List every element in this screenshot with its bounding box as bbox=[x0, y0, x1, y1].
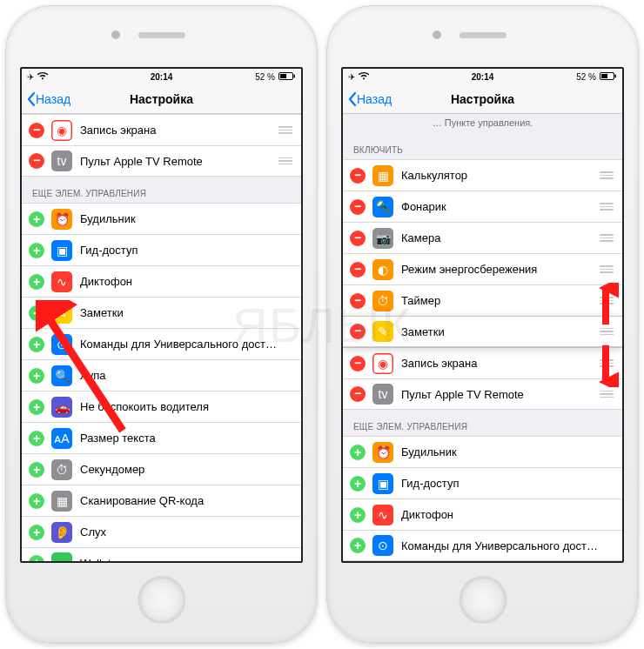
content-left[interactable]: −◉Запись экрана−tvПульт Apple TV Remote … bbox=[22, 114, 301, 561]
reorder-grip-icon[interactable] bbox=[598, 297, 615, 304]
add-button[interactable]: + bbox=[350, 445, 366, 460]
row-label: Слух bbox=[80, 525, 294, 539]
add-button[interactable]: + bbox=[29, 493, 44, 509]
add-button[interactable]: + bbox=[350, 476, 366, 492]
home-button[interactable] bbox=[459, 576, 506, 624]
remove-button[interactable]: − bbox=[350, 386, 366, 402]
table-row[interactable]: +▭Wallet bbox=[22, 547, 301, 561]
table-row[interactable]: +🚗Не беспокоить водителя bbox=[22, 391, 301, 422]
row-label: Заметки bbox=[80, 306, 294, 319]
reorder-grip-icon[interactable] bbox=[598, 391, 615, 398]
remove-button[interactable]: − bbox=[350, 199, 366, 215]
table-row[interactable]: +∿Диктофон bbox=[343, 498, 622, 530]
back-button[interactable]: Назад bbox=[343, 91, 392, 107]
svg-rect-5 bbox=[601, 74, 607, 78]
table-row[interactable]: −✎Заметки bbox=[343, 316, 622, 347]
app-icon: tv bbox=[372, 384, 393, 405]
wifi-icon bbox=[37, 72, 48, 82]
remove-button[interactable]: − bbox=[350, 262, 366, 278]
remove-button[interactable]: − bbox=[29, 123, 44, 138]
reorder-grip-icon[interactable] bbox=[598, 171, 615, 179]
reorder-grip-icon[interactable] bbox=[598, 359, 615, 367]
table-row[interactable]: +▣Гид-доступ bbox=[22, 234, 301, 265]
table-row[interactable]: −📷Камера bbox=[343, 222, 622, 253]
add-button[interactable]: + bbox=[29, 431, 44, 446]
table-row[interactable]: +⏰Будильник bbox=[22, 203, 301, 234]
app-icon: ▣ bbox=[51, 240, 72, 261]
phone-speaker bbox=[460, 32, 506, 38]
table-row[interactable]: +▦Сканирование QR-кода bbox=[22, 485, 301, 516]
app-icon: ∿ bbox=[51, 271, 72, 292]
remove-button[interactable]: − bbox=[29, 153, 44, 169]
table-row[interactable]: −◉Запись экрана bbox=[22, 114, 301, 145]
add-button[interactable]: + bbox=[350, 538, 366, 553]
app-icon: ∿ bbox=[372, 505, 393, 525]
table-row[interactable]: +ᴀAРазмер текста bbox=[22, 422, 301, 453]
table-row[interactable]: +⊙Команды для Универсального дост… bbox=[343, 530, 622, 561]
phone-left: ✈︎ 20:14 52 % Назад Настройка −◉Запись э… bbox=[5, 5, 318, 644]
nav-bar: Назад Настройка bbox=[343, 84, 622, 114]
table-row[interactable]: +👂Слух bbox=[22, 516, 301, 547]
app-icon: ⊙ bbox=[372, 535, 393, 556]
remove-button[interactable]: − bbox=[350, 231, 366, 246]
home-button[interactable] bbox=[138, 576, 185, 624]
row-label: Запись экрана bbox=[401, 357, 598, 370]
add-button[interactable]: + bbox=[350, 507, 366, 523]
app-icon: ◉ bbox=[372, 353, 393, 374]
add-button[interactable]: + bbox=[29, 305, 44, 321]
add-button[interactable]: + bbox=[29, 243, 44, 258]
table-row[interactable]: +✎Заметки bbox=[22, 297, 301, 328]
table-row[interactable]: +▣Гид-доступ bbox=[343, 467, 622, 498]
add-button[interactable]: + bbox=[29, 525, 44, 540]
row-label: Лупа bbox=[80, 369, 294, 382]
table-row[interactable]: −⏱Таймер bbox=[343, 284, 622, 316]
table-row[interactable]: −tvПульт Apple TV Remote bbox=[22, 145, 301, 177]
page-title: Настройка bbox=[130, 92, 193, 106]
screen-right: ✈︎ 20:14 52 % Назад Настройка … Пункте у… bbox=[341, 67, 624, 563]
add-button[interactable]: + bbox=[29, 399, 44, 415]
reorder-grip-icon[interactable] bbox=[277, 157, 294, 165]
table-row[interactable]: −🔦Фонарик bbox=[343, 191, 622, 222]
remove-button[interactable]: − bbox=[350, 356, 366, 371]
battery-label: 52 % bbox=[576, 72, 596, 82]
add-button[interactable]: + bbox=[29, 211, 44, 227]
back-button[interactable]: Назад bbox=[22, 91, 70, 107]
add-button[interactable]: + bbox=[29, 368, 44, 384]
phone-camera bbox=[433, 30, 441, 39]
content-right[interactable]: … Пункте управления. ВКЛЮЧИТЬ −▦Калькуля… bbox=[343, 114, 622, 561]
status-time: 20:14 bbox=[151, 72, 173, 82]
back-label: Назад bbox=[36, 92, 70, 106]
phone-camera bbox=[111, 30, 120, 39]
table-row[interactable]: +⏱Секундомер bbox=[22, 453, 301, 485]
add-button[interactable]: + bbox=[29, 462, 44, 478]
section-header-include: ВКЛЮЧИТЬ bbox=[343, 133, 622, 159]
add-button[interactable]: + bbox=[29, 555, 44, 561]
battery-icon bbox=[600, 72, 617, 82]
reorder-grip-icon[interactable] bbox=[277, 126, 294, 134]
add-button[interactable]: + bbox=[29, 337, 44, 352]
section-header-more: ЕЩЕ ЭЛЕМ. УПРАВЛЕНИЯ bbox=[343, 410, 622, 436]
more-section: +⏰Будильник+▣Гид-доступ+∿Диктофон+✎Замет… bbox=[22, 203, 301, 561]
table-row[interactable]: +⊙Команды для Универсального дост… bbox=[22, 328, 301, 359]
table-row[interactable]: −tvПульт Apple TV Remote bbox=[343, 378, 622, 410]
table-row[interactable]: +∿Диктофон bbox=[22, 265, 301, 297]
row-label: Сканирование QR-кода bbox=[80, 494, 294, 507]
reorder-grip-icon[interactable] bbox=[598, 203, 615, 211]
reorder-grip-icon[interactable] bbox=[598, 265, 615, 273]
phone-right: ✈︎ 20:14 52 % Назад Настройка … Пункте у… bbox=[326, 5, 639, 644]
reorder-grip-icon[interactable] bbox=[598, 234, 615, 242]
table-row[interactable]: +⏰Будильник bbox=[343, 436, 622, 467]
table-row[interactable]: −◉Запись экрана bbox=[343, 347, 622, 378]
remove-button[interactable]: − bbox=[350, 293, 366, 309]
remove-button[interactable]: − bbox=[350, 324, 366, 339]
reorder-grip-icon[interactable] bbox=[598, 328, 615, 336]
table-row[interactable]: −▦Калькулятор bbox=[343, 159, 622, 191]
row-label: Камера bbox=[401, 231, 598, 244]
app-icon: 📷 bbox=[372, 228, 393, 249]
table-row[interactable]: −◐Режим энергосбережения bbox=[343, 253, 622, 284]
row-label: Калькулятор bbox=[401, 169, 598, 182]
table-row[interactable]: +🔍Лупа bbox=[22, 359, 301, 391]
remove-button[interactable]: − bbox=[350, 168, 366, 184]
add-button[interactable]: + bbox=[29, 274, 44, 290]
row-label: Диктофон bbox=[80, 275, 294, 288]
